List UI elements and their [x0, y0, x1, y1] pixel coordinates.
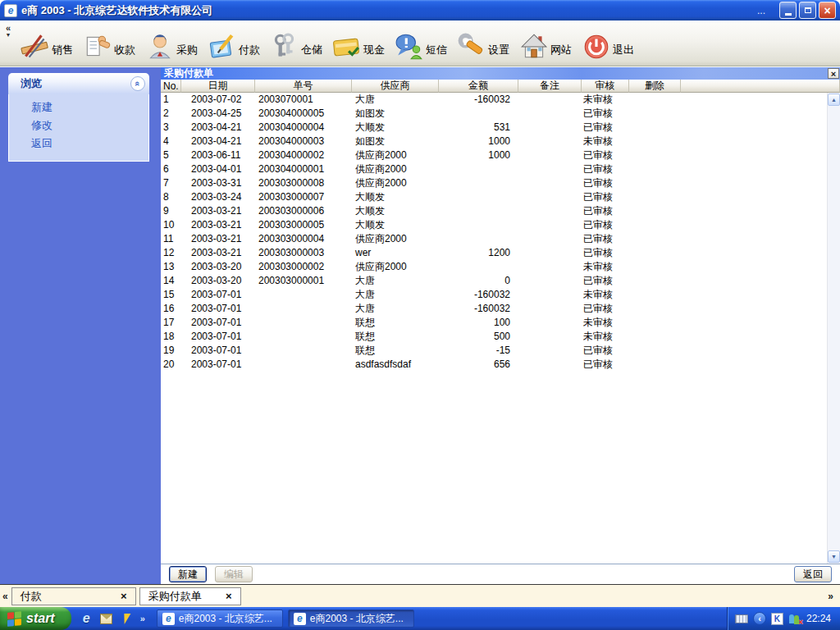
- tab-close-icon[interactable]: ×: [226, 590, 232, 602]
- column-header-date[interactable]: 日期: [181, 80, 255, 93]
- panel-collapse-button[interactable]: «: [130, 76, 145, 91]
- table-row[interactable]: 72003-03-31200303000008供应商2000已审核: [161, 176, 840, 190]
- keyboard-tray-icon[interactable]: [735, 614, 748, 623]
- table-row[interactable]: 42003-04-21200304000003如图发1000未审核: [161, 135, 840, 148]
- vertical-scrollbar[interactable]: ▲ ▼: [827, 93, 840, 564]
- cell-amount: 500: [439, 330, 518, 344]
- desktop: e e商 2003 - 北京综艺达软件技术有限公司 ... × « ▼ 销售 收…: [0, 0, 840, 630]
- toolbar-button-cash[interactable]: 现金: [328, 32, 389, 63]
- toolbar-button-warehouse[interactable]: 仓储: [266, 32, 326, 63]
- toolbar-button-sales[interactable]: 销售: [16, 32, 77, 63]
- table-row[interactable]: 12003-07-022003070001大唐-160032未审核: [161, 93, 840, 107]
- cell-supplier: 大唐: [352, 302, 439, 316]
- warehouse-icon: [270, 32, 299, 62]
- column-header-docno[interactable]: 单号: [255, 80, 352, 93]
- toolbar-button-website[interactable]: 网站: [515, 32, 576, 63]
- table-row[interactable]: 102003-03-21200303000005大顺发已审核: [161, 218, 840, 232]
- tab-close-icon[interactable]: ×: [121, 590, 127, 602]
- table-row[interactable]: 152003-07-01大唐-160032未审核: [161, 288, 840, 302]
- cell-remark: [518, 93, 582, 107]
- media-player-icon[interactable]: [119, 612, 133, 626]
- toolbar-button-receive[interactable]: 收款: [79, 32, 139, 63]
- table-row[interactable]: 52003-06-11200304000002供应商20001000已审核: [161, 148, 840, 162]
- taskbar-clock: 22:24: [806, 613, 831, 624]
- edit-button[interactable]: 编辑: [215, 566, 253, 582]
- cell-no: 11: [161, 232, 181, 246]
- taskbar-window-1[interactable]: e e商2003 - 北京综艺...: [157, 609, 283, 628]
- tab-purchase-payment[interactable]: 采购付款单 ×: [139, 587, 241, 605]
- restore-button[interactable]: [799, 2, 816, 19]
- cell-doc_no: 200304000005: [255, 107, 352, 121]
- new-button[interactable]: 新建: [169, 566, 207, 582]
- tab-payment[interactable]: 付款 ×: [11, 587, 136, 605]
- quicklaunch-overflow-icon[interactable]: »: [139, 614, 147, 623]
- mail-icon[interactable]: [99, 612, 113, 626]
- start-button[interactable]: start: [0, 607, 71, 630]
- taskbar-window-2[interactable]: e e商2003 - 北京综艺...: [288, 609, 414, 628]
- table-row[interactable]: 22003-04-25200304000005如图发已审核: [161, 107, 840, 121]
- tab-scroll-right-icon[interactable]: »: [828, 591, 833, 602]
- cell-del: [629, 148, 681, 162]
- scroll-up-icon[interactable]: ▲: [828, 94, 840, 106]
- toolbar-button-purchase[interactable]: 采购: [141, 32, 202, 63]
- sidebar-item-new[interactable]: 新建: [31, 100, 148, 115]
- table-row[interactable]: 32003-04-21200304000004大顺发531已审核: [161, 121, 840, 135]
- cell-no: 17: [161, 316, 181, 330]
- table-row[interactable]: 192003-07-01联想-15已审核: [161, 344, 840, 358]
- cell-audit: 已审核: [582, 218, 629, 232]
- table-row[interactable]: 82003-03-24200303000007大顺发已审核: [161, 190, 840, 204]
- table-row[interactable]: 132003-03-20200303000002供应商2000未审核: [161, 260, 840, 274]
- sidebar-item-modify[interactable]: 修改: [31, 118, 148, 133]
- toolbar-overflow[interactable]: « ▼: [2, 24, 14, 39]
- cell-supplier: 联想: [352, 344, 439, 358]
- table-row[interactable]: 142003-03-20200303000001大唐0已审核: [161, 274, 840, 288]
- table-row[interactable]: 202003-07-01asdfasdfsdaf656已审核: [161, 358, 840, 372]
- table-row[interactable]: 92003-03-21200303000006大顺发已审核: [161, 204, 840, 218]
- table-row[interactable]: 182003-07-01联想500未审核: [161, 330, 840, 344]
- document-close-button[interactable]: ×: [828, 68, 839, 79]
- sidebar-item-return[interactable]: 返回: [31, 136, 148, 151]
- exit-icon: [582, 32, 611, 62]
- scroll-down-icon[interactable]: ▼: [828, 550, 840, 563]
- tab-scroll-left-icon[interactable]: «: [2, 591, 8, 602]
- toolbar-button-settings[interactable]: 设置: [453, 32, 514, 63]
- table-row[interactable]: 62003-04-01200304000001供应商2000已审核: [161, 162, 840, 176]
- close-button[interactable]: ×: [819, 2, 836, 19]
- column-header-amount[interactable]: 金额: [439, 80, 518, 93]
- cell-remark: [518, 260, 582, 274]
- column-header-supplier[interactable]: 供应商: [352, 80, 439, 93]
- toolbar-button-payment[interactable]: 付款: [203, 32, 264, 63]
- toolbar-item-label: 销售: [52, 43, 73, 62]
- column-header-delete[interactable]: 删除: [629, 80, 681, 93]
- table-row[interactable]: 122003-03-21200303000003wer1200已审核: [161, 246, 840, 260]
- cell-doc_no: [255, 344, 352, 358]
- table-row[interactable]: 112003-03-21200303000004供应商2000已审核: [161, 232, 840, 246]
- browse-panel-header: 浏览 «: [8, 73, 149, 94]
- cell-doc_no: [255, 358, 352, 372]
- hide-tray-icons-button[interactable]: ‹: [753, 612, 766, 625]
- toolbar-button-exit[interactable]: 退出: [578, 32, 638, 63]
- cell-audit: 已审核: [582, 148, 629, 162]
- column-header-audit[interactable]: 审核: [582, 80, 629, 93]
- cell-doc_no: 200304000003: [255, 135, 352, 148]
- ie-icon[interactable]: e: [80, 612, 94, 626]
- toolbar-button-sms[interactable]: 短信: [390, 32, 451, 63]
- table-row[interactable]: 162003-07-01大唐-160032已审核: [161, 302, 840, 316]
- column-header-remark[interactable]: 备注: [518, 80, 582, 93]
- back-button[interactable]: 返回: [794, 566, 832, 582]
- column-header-no[interactable]: No.: [161, 80, 181, 93]
- cell-date: 2003-04-01: [181, 162, 255, 176]
- cell-del: [629, 260, 681, 274]
- cell-supplier: 供应商2000: [352, 162, 439, 176]
- messenger-offline-icon[interactable]: ×: [788, 613, 801, 625]
- cell-del: [629, 204, 681, 218]
- cash-icon: [332, 32, 362, 62]
- website-icon: [519, 32, 549, 62]
- cell-supplier: 大顺发: [352, 204, 439, 218]
- cell-audit: 已审核: [582, 344, 629, 358]
- app-tray-icon[interactable]: K: [771, 613, 783, 625]
- cell-doc_no: 200303000002: [255, 260, 352, 274]
- cell-remark: [518, 302, 582, 316]
- table-row[interactable]: 172003-07-01联想100未审核: [161, 316, 840, 330]
- minimize-button[interactable]: [779, 2, 797, 19]
